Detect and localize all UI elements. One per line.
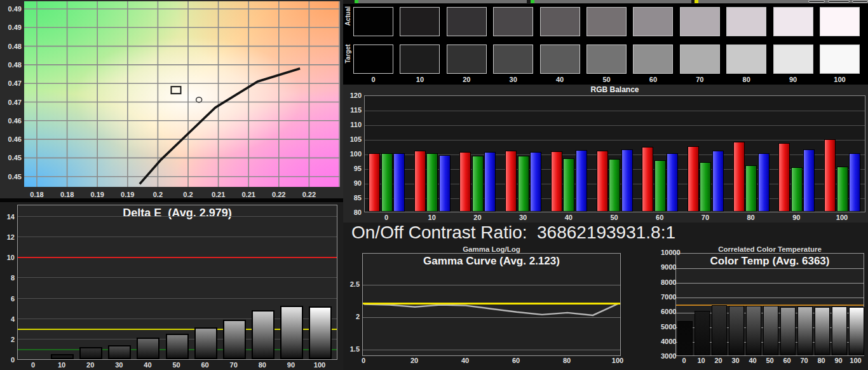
swatch-level-label: 50 [594, 76, 620, 83]
actual-swatch [540, 7, 580, 36]
cct-gridline [676, 298, 864, 298]
delta-y-tick-label: 6 [0, 295, 15, 303]
green-bar [791, 167, 803, 212]
rgb-y-tick-label: 105 [343, 135, 362, 143]
delta-gridline [18, 236, 337, 237]
cct-x-tick-label: 100 [844, 357, 867, 364]
delta-x-tick-label: 20 [78, 361, 103, 369]
rgb-balance-chart[interactable] [364, 95, 865, 212]
delta-x-tick-label: 40 [135, 361, 160, 369]
actual-swatch [633, 7, 673, 36]
red-bar [551, 151, 562, 212]
rgb-y-tick-label: 95 [343, 165, 362, 172]
gamma-gridline [363, 285, 620, 285]
red-bar [369, 153, 380, 212]
blue-bar [576, 150, 587, 212]
cie-x-tick-label: 0.19 [85, 191, 110, 198]
cct-bar [780, 307, 796, 355]
gamma-chart[interactable]: Gamma Curve (Avg. 2.123) [362, 253, 621, 356]
cie-x-tick-label: 0.22 [266, 191, 292, 198]
gamma-x-tick-label: 0 [351, 357, 376, 364]
green-bar [563, 158, 574, 212]
cct-y-tick-label: 3000 [661, 352, 674, 360]
rgb-gridline [365, 125, 865, 126]
delta-e-chart[interactable]: Delta E (Avg. 2.979) [17, 205, 337, 360]
actual-swatch [773, 7, 813, 36]
actual-swatch [820, 7, 860, 36]
green-bar [609, 159, 620, 212]
cie-x-tick-label: 0.21 [206, 191, 231, 198]
cct-bar [815, 307, 830, 355]
delta-x-tick-label: 50 [164, 361, 189, 369]
gamma-y-tick-label: 2 [343, 313, 360, 320]
rgb-y-tick-label: 90 [343, 179, 362, 187]
delta-x-tick-label: 30 [106, 361, 132, 369]
actual-swatch [447, 7, 487, 36]
delta-e-bar [108, 345, 131, 359]
swatch-level-label: 70 [687, 76, 712, 83]
red-bar [505, 151, 517, 212]
cie-diagram[interactable] [24, 1, 340, 187]
target-swatch [773, 45, 813, 74]
rgb-y-tick-label: 80 [343, 209, 362, 216]
gamma-y-tick-label: 2.5 [343, 280, 360, 288]
row-label-target: Target [344, 55, 351, 64]
red-bar [733, 142, 745, 212]
cct-title: Color Temp (Avg. 6363) [676, 255, 864, 268]
progress-segment-2 [531, 0, 691, 3]
window-button-2[interactable] [828, 0, 850, 3]
window-button-3[interactable] [852, 0, 868, 3]
green-bar [837, 167, 848, 212]
cie-y-tick-label: 0.48 [3, 61, 22, 69]
rgb-x-tick-label: 70 [693, 214, 718, 221]
red-bar [824, 139, 836, 212]
rgb-balance-title: RGB Balance [364, 85, 865, 94]
target-swatch [820, 45, 860, 74]
swatch-level-label: 100 [827, 76, 853, 83]
row-label-actual: Actual [344, 17, 351, 26]
progress-accent-green [355, 0, 358, 3]
cie-y-tick-label: 0.46 [3, 117, 22, 125]
cie-x-tick-label: 0.18 [24, 191, 50, 198]
delta-y-tick-label: 2 [0, 336, 15, 343]
gamma-panel: Gamma Log/Log Gamma Curve (Avg. 2.123) 2… [343, 245, 661, 370]
rgb-x-tick-label: 100 [829, 214, 855, 221]
delta-x-tick-label: 70 [221, 361, 247, 369]
blue-bar [621, 149, 633, 212]
delta-y-tick-label: 10 [0, 254, 15, 261]
swatch-level-label: 10 [407, 76, 433, 83]
delta-e-bar [79, 347, 102, 359]
actual-swatch [353, 7, 393, 36]
red-bar [414, 151, 426, 212]
cie-y-tick-label: 0.49 [3, 24, 22, 31]
delta-x-tick-label: 80 [250, 361, 275, 369]
red-bar [459, 152, 471, 212]
rgb-gridline [365, 111, 865, 111]
cct-gridline [676, 268, 864, 269]
green-bar [518, 156, 529, 212]
gamma-curve [363, 254, 620, 355]
target-marker [171, 86, 180, 93]
grayscale-swatches-panel: Actual Target 0102030405060708090100 [343, 4, 868, 85]
gamma-x-tick-label: 80 [554, 357, 580, 364]
cct-bar [695, 311, 710, 355]
green-bar [426, 153, 438, 212]
gamma-measured-curve [364, 304, 618, 315]
actual-swatch [680, 7, 720, 36]
cie-y-tick-label: 0.47 [3, 79, 22, 87]
rgb-y-tick-label: 110 [343, 121, 362, 128]
rgb-x-tick-label: 20 [465, 214, 490, 221]
blue-bar [530, 152, 541, 212]
color-temp-chart[interactable]: Color Temp (Avg. 6363) [675, 253, 864, 356]
target-swatch [726, 45, 766, 74]
delta-y-tick-label: 0 [0, 356, 15, 364]
target-swatch [633, 45, 673, 74]
actual-swatch [400, 7, 440, 36]
delta-ref-line-10 [18, 257, 337, 258]
window-button-1[interactable] [808, 0, 825, 3]
cct-y-tick-label: 6000 [661, 308, 674, 315]
delta-x-tick-label: 100 [307, 361, 332, 369]
target-swatch [493, 45, 533, 74]
actual-swatch [493, 7, 533, 36]
delta-gridline [18, 298, 337, 299]
